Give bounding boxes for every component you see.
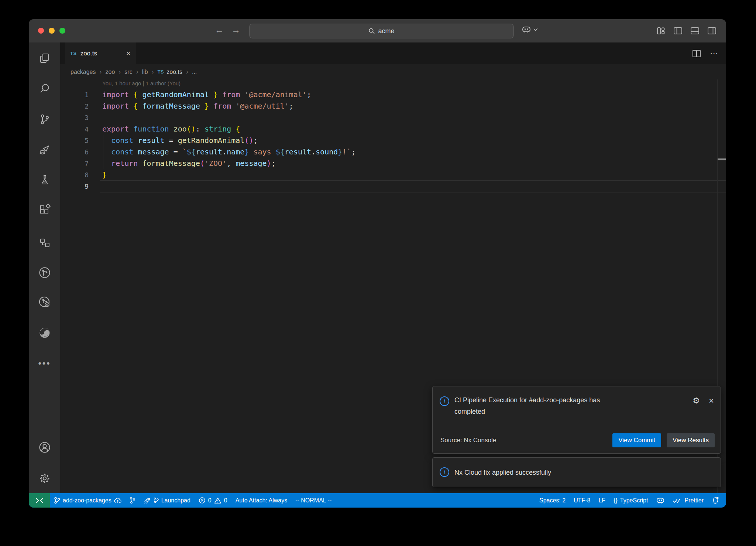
warnings-count: 0 xyxy=(224,497,227,504)
breadcrumb-item-symbol[interactable]: ... xyxy=(192,69,197,75)
copilot-icon xyxy=(656,496,665,505)
activity-bar: ••• xyxy=(29,42,60,493)
notification-settings-gear-icon[interactable]: ⚙ xyxy=(693,397,700,405)
zoom-window-button[interactable] xyxy=(59,28,65,34)
chevron-right-icon: › xyxy=(100,68,102,76)
language-item[interactable]: {} TypeScript xyxy=(609,493,652,508)
explorer-icon[interactable] xyxy=(29,51,60,66)
notifications-bell-item[interactable] xyxy=(708,493,723,508)
testing-icon[interactable] xyxy=(29,172,60,187)
chevron-right-icon: › xyxy=(118,68,121,76)
code-line: 4export function zoo(): string { xyxy=(60,123,726,135)
minimize-window-button[interactable] xyxy=(49,28,55,34)
chevron-right-icon: › xyxy=(152,68,154,76)
search-view-icon[interactable] xyxy=(29,81,60,96)
launchpad-item[interactable]: Launchpad xyxy=(140,493,195,508)
breadcrumb-item-file[interactable]: zoo.ts xyxy=(166,69,182,75)
run-debug-icon[interactable] xyxy=(29,142,60,157)
settings-gear-icon[interactable] xyxy=(29,471,60,486)
git-branch-item[interactable]: add-zoo-packages xyxy=(50,493,126,508)
split-editor-icon[interactable] xyxy=(692,49,701,58)
overview-ruler-mark xyxy=(718,158,726,160)
auto-attach-label: Auto Attach: Always xyxy=(236,497,288,504)
git-branch-icon xyxy=(54,497,60,504)
launchpad-label: Launchpad xyxy=(161,497,190,504)
notification-toast-ci-pipeline: i CI Pipeline Execution for #add-zoo-pac… xyxy=(432,386,721,454)
graph-icon xyxy=(130,497,135,504)
formatter-item[interactable]: Prettier xyxy=(669,493,708,508)
editor-actions: ⋯ xyxy=(692,42,719,64)
source-control-icon[interactable] xyxy=(29,112,60,127)
typescript-file-icon: TS xyxy=(158,69,164,75)
more-views-icon[interactable]: ••• xyxy=(29,356,60,371)
search-input[interactable]: acme xyxy=(249,24,514,38)
eol-item[interactable]: LF xyxy=(594,493,609,508)
vim-mode-label: -- NORMAL -- xyxy=(295,497,331,504)
breadcrumb-item-zoo[interactable]: zoo xyxy=(106,69,115,75)
breadcrumb-item-lib[interactable]: lib xyxy=(142,69,148,75)
toggle-secondary-sidebar-icon[interactable] xyxy=(707,26,717,35)
status-bar-right: Spaces: 2 UTF-8 LF {} TypeScript xyxy=(535,493,726,508)
remote-icon xyxy=(35,498,44,504)
more-actions-icon[interactable]: ⋯ xyxy=(710,49,719,58)
encoding-label: UTF-8 xyxy=(574,497,590,504)
code-line: 2import { formatMessage } from '@acme/ut… xyxy=(60,100,726,112)
nx-graph-item[interactable] xyxy=(126,493,140,508)
notification-source: Source: Nx Console xyxy=(440,437,496,444)
tab-bar: TS zoo.ts × ⋯ xyxy=(60,42,726,64)
branch-name: add-zoo-packages xyxy=(63,497,111,504)
code-line: 3 xyxy=(60,112,726,123)
layout-controls xyxy=(656,19,717,42)
tab-zoo-ts[interactable]: TS zoo.ts × xyxy=(65,42,136,64)
edge-tools-icon[interactable] xyxy=(29,325,60,340)
notification-close-icon[interactable]: × xyxy=(709,396,714,405)
forward-icon[interactable]: → xyxy=(230,25,241,35)
breadcrumb-item-packages[interactable]: packages xyxy=(71,69,96,75)
formatter-label: Prettier xyxy=(684,497,704,504)
breadcrumb-item-src[interactable]: src xyxy=(124,69,132,75)
indentation-item[interactable]: Spaces: 2 xyxy=(535,493,570,508)
warnings-icon xyxy=(214,497,221,504)
errors-icon xyxy=(199,497,206,504)
rocket-icon xyxy=(144,497,151,504)
notification-message: Nx Cloud fix applied successfully xyxy=(454,458,551,488)
publish-cloud-icon xyxy=(114,498,121,504)
problems-item[interactable]: 0 0 xyxy=(195,493,231,508)
desktop: ← → acme xyxy=(0,0,756,546)
notification-footer: Source: Nx Console View Commit View Resu… xyxy=(433,433,721,447)
toggle-panel-icon[interactable] xyxy=(690,26,700,35)
brackets-icon: {} xyxy=(614,497,618,504)
info-icon: i xyxy=(440,467,449,477)
code-lines: 1import { getRandomAnimal } from '@acme/… xyxy=(60,89,726,192)
copilot-menu[interactable] xyxy=(522,25,538,34)
gitlens-icon[interactable] xyxy=(29,295,60,310)
copilot-icon xyxy=(522,25,531,34)
errors-count: 0 xyxy=(208,497,212,504)
eol-label: LF xyxy=(598,497,605,504)
encoding-item[interactable]: UTF-8 xyxy=(570,493,594,508)
language-label: TypeScript xyxy=(620,497,648,504)
search-value: acme xyxy=(378,27,394,35)
status-bar: add-zoo-packages xyxy=(29,493,726,508)
remote-indicator[interactable] xyxy=(29,493,50,508)
customize-layout-icon[interactable] xyxy=(656,26,666,35)
code-line: 1import { getRandomAnimal } from '@acme/… xyxy=(60,89,726,100)
auto-attach-item[interactable]: Auto Attach: Always xyxy=(231,493,292,508)
code-line: 5 const result = getRandomAnimal(); xyxy=(60,135,726,146)
vscode-window: ← → acme xyxy=(29,19,726,508)
vim-mode-item[interactable]: -- NORMAL -- xyxy=(291,493,336,508)
connected-nodes-icon[interactable] xyxy=(29,236,60,250)
extensions-icon[interactable] xyxy=(29,202,60,216)
back-icon[interactable]: ← xyxy=(214,25,225,35)
view-commit-button[interactable]: View Commit xyxy=(612,433,661,447)
toggle-primary-sidebar-icon[interactable] xyxy=(673,26,683,35)
view-results-button[interactable]: View Results xyxy=(667,433,715,447)
account-icon[interactable] xyxy=(29,440,60,455)
chevron-right-icon: › xyxy=(136,68,138,76)
close-tab-icon[interactable]: × xyxy=(126,50,131,58)
copilot-status-item[interactable] xyxy=(652,493,669,508)
code-line: 8} xyxy=(60,169,726,181)
close-window-button[interactable] xyxy=(38,28,44,34)
chevron-right-icon: › xyxy=(186,68,188,76)
nx-console-icon[interactable] xyxy=(29,265,60,280)
